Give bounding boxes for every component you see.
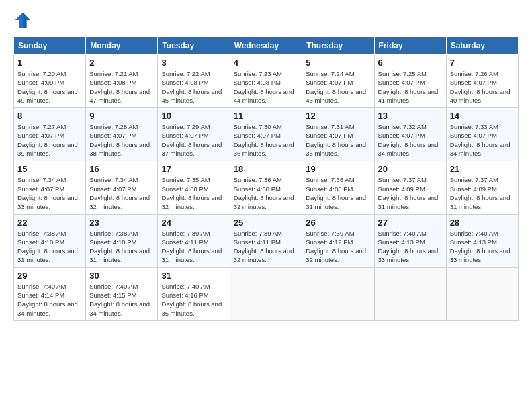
day-number: 7 (450, 58, 515, 68)
calendar-cell: 4 Sunrise: 7:23 AM Sunset: 4:08 PM Dayli… (230, 55, 302, 108)
logo-icon (13, 11, 32, 30)
calendar-cell: 22 Sunrise: 7:38 AM Sunset: 4:10 PM Dayl… (14, 214, 86, 267)
weekday-sunday: Sunday (14, 37, 86, 55)
day-number: 30 (89, 271, 154, 281)
day-number: 4 (234, 58, 299, 68)
calendar-cell: 23 Sunrise: 7:38 AM Sunset: 4:10 PM Dayl… (86, 214, 158, 267)
day-info: Sunrise: 7:28 AM Sunset: 4:07 PM Dayligh… (89, 122, 154, 158)
week-row-5: 29 Sunrise: 7:40 AM Sunset: 4:14 PM Dayl… (14, 267, 519, 320)
day-number: 24 (161, 218, 226, 228)
day-number: 21 (450, 164, 515, 174)
page: SundayMondayTuesdayWednesdayThursdayFrid… (0, 0, 532, 328)
calendar-cell: 31 Sunrise: 7:40 AM Sunset: 4:16 PM Dayl… (158, 267, 230, 320)
day-info: Sunrise: 7:29 AM Sunset: 4:07 PM Dayligh… (161, 122, 226, 158)
weekday-tuesday: Tuesday (158, 37, 230, 55)
day-info: Sunrise: 7:22 AM Sunset: 4:08 PM Dayligh… (161, 69, 226, 105)
calendar-cell: 2 Sunrise: 7:21 AM Sunset: 4:08 PM Dayli… (86, 55, 158, 108)
day-info: Sunrise: 7:34 AM Sunset: 4:07 PM Dayligh… (89, 175, 154, 211)
day-info: Sunrise: 7:27 AM Sunset: 4:07 PM Dayligh… (17, 122, 82, 158)
calendar-cell: 15 Sunrise: 7:34 AM Sunset: 4:07 PM Dayl… (14, 161, 86, 214)
day-info: Sunrise: 7:40 AM Sunset: 4:13 PM Dayligh… (450, 229, 515, 265)
week-row-3: 15 Sunrise: 7:34 AM Sunset: 4:07 PM Dayl… (14, 161, 519, 214)
weekday-saturday: Saturday (446, 37, 518, 55)
day-info: Sunrise: 7:21 AM Sunset: 4:08 PM Dayligh… (89, 69, 154, 105)
calendar-cell: 6 Sunrise: 7:25 AM Sunset: 4:07 PM Dayli… (374, 55, 446, 108)
day-info: Sunrise: 7:35 AM Sunset: 4:08 PM Dayligh… (161, 175, 226, 211)
day-number: 17 (161, 164, 226, 174)
calendar-cell: 30 Sunrise: 7:40 AM Sunset: 4:15 PM Dayl… (86, 267, 158, 320)
weekday-friday: Friday (374, 37, 446, 55)
day-number: 12 (306, 111, 370, 121)
day-info: Sunrise: 7:26 AM Sunset: 4:07 PM Dayligh… (450, 69, 515, 105)
calendar-cell: 21 Sunrise: 7:37 AM Sunset: 4:09 PM Dayl… (446, 161, 518, 214)
calendar-cell: 5 Sunrise: 7:24 AM Sunset: 4:07 PM Dayli… (302, 55, 374, 108)
day-number: 31 (161, 271, 226, 281)
day-number: 10 (161, 111, 226, 121)
day-info: Sunrise: 7:34 AM Sunset: 4:07 PM Dayligh… (17, 175, 82, 211)
week-row-1: 1 Sunrise: 7:20 AM Sunset: 4:09 PM Dayli… (14, 55, 519, 108)
day-info: Sunrise: 7:40 AM Sunset: 4:16 PM Dayligh… (161, 282, 226, 318)
calendar-cell: 24 Sunrise: 7:39 AM Sunset: 4:11 PM Dayl… (158, 214, 230, 267)
day-info: Sunrise: 7:40 AM Sunset: 4:15 PM Dayligh… (89, 282, 154, 318)
calendar-cell: 8 Sunrise: 7:27 AM Sunset: 4:07 PM Dayli… (14, 108, 86, 161)
weekday-monday: Monday (86, 37, 158, 55)
day-number: 22 (17, 218, 82, 228)
day-info: Sunrise: 7:23 AM Sunset: 4:08 PM Dayligh… (234, 69, 299, 105)
weekday-wednesday: Wednesday (230, 37, 302, 55)
day-number: 27 (378, 218, 443, 228)
day-number: 28 (450, 218, 515, 228)
calendar-cell (374, 267, 446, 320)
day-number: 3 (161, 58, 226, 68)
day-number: 26 (306, 218, 370, 228)
day-info: Sunrise: 7:25 AM Sunset: 4:07 PM Dayligh… (378, 69, 443, 105)
calendar-cell: 19 Sunrise: 7:36 AM Sunset: 4:08 PM Dayl… (302, 161, 374, 214)
day-number: 25 (234, 218, 299, 228)
logo (13, 11, 35, 30)
day-number: 14 (450, 111, 515, 121)
day-number: 11 (234, 111, 299, 121)
day-number: 8 (17, 111, 82, 121)
weekday-header-row: SundayMondayTuesdayWednesdayThursdayFrid… (14, 37, 519, 55)
calendar-cell (446, 267, 518, 320)
day-info: Sunrise: 7:31 AM Sunset: 4:07 PM Dayligh… (306, 122, 370, 158)
calendar-cell: 16 Sunrise: 7:34 AM Sunset: 4:07 PM Dayl… (86, 161, 158, 214)
day-info: Sunrise: 7:40 AM Sunset: 4:13 PM Dayligh… (378, 229, 443, 265)
week-row-2: 8 Sunrise: 7:27 AM Sunset: 4:07 PM Dayli… (14, 108, 519, 161)
day-number: 23 (89, 218, 154, 228)
calendar-cell: 25 Sunrise: 7:39 AM Sunset: 4:11 PM Dayl… (230, 214, 302, 267)
weekday-thursday: Thursday (302, 37, 374, 55)
calendar-cell: 11 Sunrise: 7:30 AM Sunset: 4:07 PM Dayl… (230, 108, 302, 161)
week-row-4: 22 Sunrise: 7:38 AM Sunset: 4:10 PM Dayl… (14, 214, 519, 267)
day-number: 13 (378, 111, 443, 121)
day-number: 5 (306, 58, 370, 68)
day-number: 18 (234, 164, 299, 174)
calendar-cell: 9 Sunrise: 7:28 AM Sunset: 4:07 PM Dayli… (86, 108, 158, 161)
day-info: Sunrise: 7:39 AM Sunset: 4:11 PM Dayligh… (234, 229, 299, 265)
day-info: Sunrise: 7:36 AM Sunset: 4:08 PM Dayligh… (306, 175, 370, 211)
calendar-cell: 10 Sunrise: 7:29 AM Sunset: 4:07 PM Dayl… (158, 108, 230, 161)
day-info: Sunrise: 7:38 AM Sunset: 4:10 PM Dayligh… (89, 229, 154, 265)
day-number: 6 (378, 58, 443, 68)
header (13, 11, 519, 30)
calendar-cell: 28 Sunrise: 7:40 AM Sunset: 4:13 PM Dayl… (446, 214, 518, 267)
calendar-cell: 17 Sunrise: 7:35 AM Sunset: 4:08 PM Dayl… (158, 161, 230, 214)
day-info: Sunrise: 7:38 AM Sunset: 4:10 PM Dayligh… (17, 229, 82, 265)
calendar-cell (230, 267, 302, 320)
svg-marker-1 (23, 13, 30, 28)
day-number: 16 (89, 164, 154, 174)
calendar-cell: 12 Sunrise: 7:31 AM Sunset: 4:07 PM Dayl… (302, 108, 374, 161)
day-number: 29 (17, 271, 82, 281)
calendar-cell: 7 Sunrise: 7:26 AM Sunset: 4:07 PM Dayli… (446, 55, 518, 108)
calendar-cell: 27 Sunrise: 7:40 AM Sunset: 4:13 PM Dayl… (374, 214, 446, 267)
day-number: 2 (89, 58, 154, 68)
day-info: Sunrise: 7:32 AM Sunset: 4:07 PM Dayligh… (378, 122, 443, 158)
day-info: Sunrise: 7:36 AM Sunset: 4:08 PM Dayligh… (234, 175, 299, 211)
calendar-cell: 14 Sunrise: 7:33 AM Sunset: 4:07 PM Dayl… (446, 108, 518, 161)
calendar-table: SundayMondayTuesdayWednesdayThursdayFrid… (13, 36, 519, 321)
day-number: 19 (306, 164, 370, 174)
calendar-cell (302, 267, 374, 320)
day-number: 15 (17, 164, 82, 174)
calendar-cell: 3 Sunrise: 7:22 AM Sunset: 4:08 PM Dayli… (158, 55, 230, 108)
day-info: Sunrise: 7:33 AM Sunset: 4:07 PM Dayligh… (450, 122, 515, 158)
day-info: Sunrise: 7:39 AM Sunset: 4:11 PM Dayligh… (161, 229, 226, 265)
